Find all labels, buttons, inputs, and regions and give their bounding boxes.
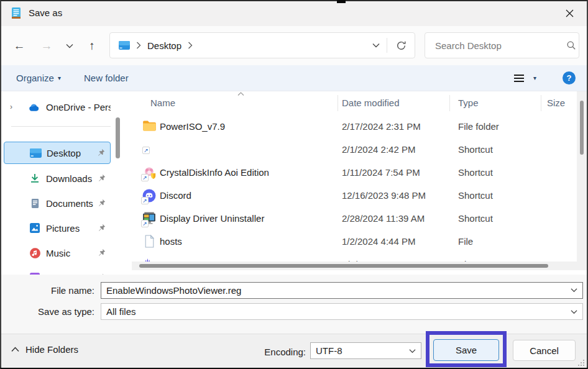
organize-label: Organize: [16, 73, 54, 83]
file-type: Shortcut: [458, 167, 493, 178]
table-row[interactable]: ↗ Discord 12/16/2023 9:48 PM Shortcut: [132, 184, 577, 207]
sidebar-item-music[interactable]: Music: [4, 242, 111, 264]
horizontal-scrollbar-thumb[interactable]: [139, 264, 548, 268]
sidebar-item-label: Downloads: [46, 173, 98, 184]
chevron-down-icon: [66, 43, 73, 48]
column-divider[interactable]: [338, 95, 338, 111]
table-row[interactable]: ↗ 2/1/2024 2:42 PM Shortcut: [132, 139, 577, 162]
close-icon: [566, 9, 574, 17]
shortcut-arrow-icon: ↗: [141, 174, 149, 181]
column-divider[interactable]: [449, 95, 450, 111]
up-arrow-icon: ↑: [89, 39, 95, 53]
shortcut-arrow-icon: ↗: [141, 197, 149, 204]
file-name-combo: [101, 282, 583, 299]
sidebar-item-videos[interactable]: Videos: [4, 266, 111, 275]
encoding-select[interactable]: UTF-8: [310, 342, 421, 359]
cancel-button[interactable]: Cancel: [513, 340, 576, 361]
vertical-scrollbar[interactable]: [577, 91, 587, 270]
new-folder-label: New folder: [84, 73, 129, 83]
documents-icon: [29, 198, 41, 209]
file-list: Name Date modified Type Size PowerISO_v7…: [132, 91, 577, 275]
search-box: [425, 32, 579, 58]
pictures-icon: [29, 223, 41, 233]
save-as-dialog: Save as ← → ↑: [0, 0, 588, 369]
address-bar[interactable]: Desktop: [109, 32, 415, 58]
folder-icon: [142, 120, 157, 134]
file-name: hosts: [160, 236, 182, 247]
pin-icon: [98, 223, 106, 234]
shortcut-arrow-icon: ↗: [141, 220, 149, 227]
file-icon: [144, 235, 158, 249]
desktop-icon: [29, 148, 42, 158]
organize-menu-button[interactable]: Organize ▾: [16, 65, 61, 91]
file-date: 2/17/2024 2:31 PM: [342, 121, 421, 132]
sidebar-item-downloads[interactable]: Downloads: [4, 167, 111, 189]
file-name: PowerISO_v7.9: [160, 121, 225, 132]
file-date: 1/11/2024 7:54 PM: [342, 167, 420, 178]
column-header-size[interactable]: Size: [547, 98, 565, 108]
chevron-up-icon: [11, 347, 19, 352]
recent-locations-button[interactable]: [61, 37, 78, 55]
close-button[interactable]: [556, 1, 583, 25]
chevron-down-icon[interactable]: [571, 288, 583, 293]
dialog-footer: Hide Folders Encoding: UTF-8 Save Cancel: [1, 334, 587, 368]
save-button-label: Save: [456, 345, 477, 355]
sidebar-item-desktop[interactable]: Desktop: [4, 142, 111, 164]
sidebar-item-documents[interactable]: Documents: [4, 192, 111, 214]
view-options-button[interactable]: ▾: [513, 65, 536, 91]
expander-chevron-icon[interactable]: ›: [4, 102, 19, 111]
sidebar-item-pictures[interactable]: Pictures: [4, 217, 111, 239]
ddu-icon: ↗: [142, 212, 157, 226]
column-header-date-modified[interactable]: Date modified: [342, 98, 400, 108]
sidebar-item-onedrive[interactable]: › OneDrive - Pers: [4, 96, 111, 118]
file-date: 1/2/2024 4:44 PM: [342, 236, 415, 247]
encoding-label: Encoding:: [237, 347, 306, 357]
resize-grip[interactable]: [577, 358, 585, 367]
column-divider[interactable]: [541, 95, 541, 111]
table-row[interactable]: ↗ Display Driver Uninstaller 2/28/2024 1…: [132, 207, 577, 230]
file-date: 2/1/2024 2:42 PM: [342, 144, 415, 155]
sidebar-item-label: Documents: [46, 198, 98, 209]
save-as-type-select[interactable]: All files: [101, 303, 583, 320]
shortcut-arrow-icon: ↗: [142, 145, 151, 154]
chevron-down-icon: [372, 43, 380, 48]
sidebar-item-label: Music: [46, 248, 98, 258]
navigation-bar: ← → ↑ Desktop: [1, 26, 587, 65]
pin-icon: [98, 173, 106, 184]
search-input[interactable]: [425, 40, 564, 51]
sidebar-divider: [11, 126, 111, 127]
file-date: 12/16/2023 9:48 PM: [342, 190, 426, 201]
address-dropdown-button[interactable]: [365, 43, 387, 48]
table-row[interactable]: hosts 1/2/2024 4:44 PM File: [132, 230, 577, 253]
forward-button[interactable]: →: [38, 37, 55, 55]
back-button[interactable]: ←: [11, 37, 28, 55]
caret-down-icon: ▾: [533, 75, 536, 81]
breadcrumb-desktop[interactable]: Desktop: [145, 40, 184, 51]
question-mark-icon: ?: [567, 73, 572, 83]
window-title: Save as: [29, 7, 62, 18]
search-button[interactable]: [564, 40, 579, 50]
file-name-input[interactable]: [101, 282, 583, 299]
top-edge-mark: [337, 0, 346, 3]
table-row[interactable]: PowerISO_v7.9 2/17/2024 2:31 PM File fol…: [132, 116, 577, 139]
hide-folders-button[interactable]: Hide Folders: [11, 344, 78, 355]
help-button[interactable]: ?: [563, 71, 576, 84]
column-header-type[interactable]: Type: [458, 98, 479, 108]
hide-folders-label: Hide Folders: [25, 344, 78, 355]
table-row[interactable]: ↗ CrystalDiskInfo Aoi Edition 1/11/2024 …: [132, 162, 577, 184]
pin-icon: [98, 198, 106, 209]
column-header-name[interactable]: Name: [150, 98, 175, 108]
refresh-button[interactable]: [387, 40, 415, 51]
vertical-scrollbar-thumb[interactable]: [580, 101, 584, 155]
encoding-value: UTF-8: [311, 345, 409, 356]
sidebar-scrollbar-thumb[interactable]: [116, 117, 120, 158]
breadcrumb-chevron-icon: [188, 42, 193, 49]
music-icon: [29, 248, 41, 258]
up-button[interactable]: ↑: [83, 37, 101, 55]
shortcut-arrow-icon: ↗: [142, 147, 150, 154]
new-folder-button[interactable]: New folder: [84, 65, 129, 91]
list-view-icon: [513, 74, 525, 83]
file-name: Discord: [160, 190, 191, 201]
horizontal-scrollbar[interactable]: [132, 262, 577, 270]
save-button[interactable]: Save: [433, 339, 499, 361]
